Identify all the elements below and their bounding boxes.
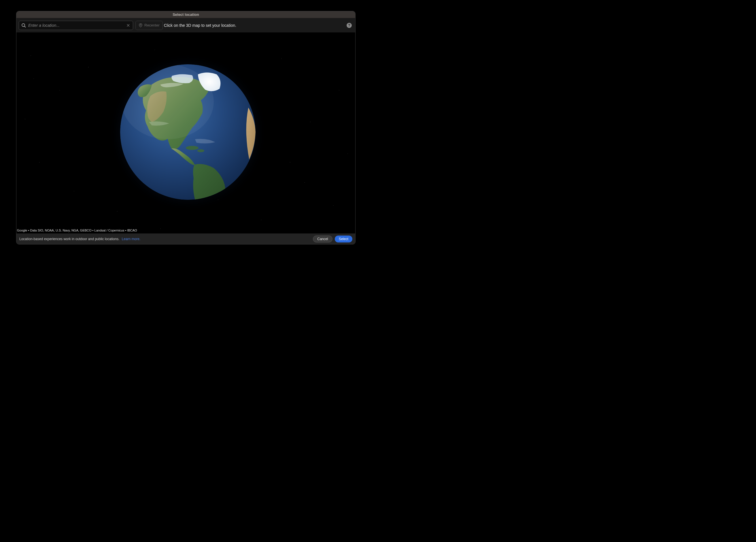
help-button[interactable]: ? [347, 23, 352, 28]
help-icon: ? [348, 23, 350, 27]
window-title: Select location [173, 12, 199, 17]
search-input[interactable] [28, 23, 126, 28]
footer-info-text: Location-based experiences work in outdo… [19, 237, 120, 241]
select-location-window: Select location [16, 11, 356, 244]
svg-point-7 [197, 149, 204, 152]
map-attribution: Google • Data SIO, NOAA, U.S. Navy, NGA,… [17, 228, 137, 232]
toolbar: Recenter Click on the 3D map to set your… [16, 18, 355, 33]
svg-point-4 [140, 24, 141, 25]
svg-line-1 [24, 26, 26, 27]
location-pin-icon [139, 23, 143, 27]
svg-point-6 [186, 146, 199, 150]
svg-point-0 [22, 24, 25, 27]
search-icon [21, 23, 26, 28]
earth-globe-graphic [120, 64, 256, 200]
map-3d-viewport[interactable]: Google • Data SIO, NOAA, U.S. Navy, NGA,… [16, 33, 355, 233]
earth-globe[interactable] [120, 64, 256, 200]
select-button[interactable]: Select [335, 235, 352, 242]
recenter-label: Recenter [144, 23, 160, 27]
clear-search-button[interactable] [126, 23, 131, 28]
recenter-button[interactable]: Recenter [135, 21, 163, 30]
cancel-button[interactable]: Cancel [313, 235, 332, 242]
window-titlebar: Select location [16, 11, 355, 18]
learn-more-link[interactable]: Learn more. [122, 237, 141, 241]
footer-bar: Location-based experiences work in outdo… [16, 233, 355, 244]
search-input-wrapper[interactable] [19, 21, 133, 30]
instruction-text: Click on the 3D map to set your location… [164, 23, 236, 28]
